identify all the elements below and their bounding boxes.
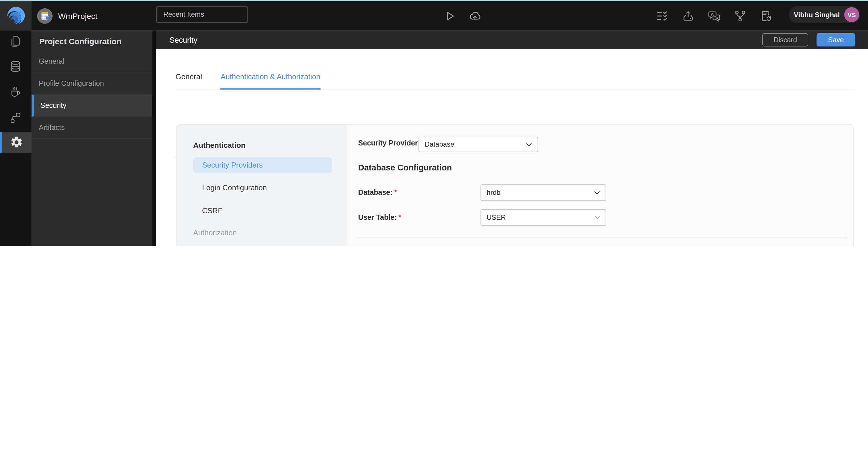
database-configuration-heading: Database Configuration xyxy=(358,163,452,172)
panel-resize-gutter xyxy=(152,30,156,246)
topbar-right-actions: A xyxy=(655,1,773,30)
pages-icon[interactable] xyxy=(9,35,22,48)
device-refresh-icon[interactable] xyxy=(760,9,773,22)
tab-bar: General Authentication & Authorization xyxy=(175,71,854,90)
config-item-artifacts[interactable]: Artifacts xyxy=(32,117,152,139)
security-provider-value: Database xyxy=(425,140,526,148)
run-icon[interactable] xyxy=(443,9,456,22)
project-avatar-icon xyxy=(37,8,53,24)
connectors-icon[interactable] xyxy=(9,111,22,125)
nav-item-security-providers[interactable]: Security Providers xyxy=(193,157,332,173)
user-name: Vibhu Singhal xyxy=(794,11,840,19)
database-select[interactable]: hrdb xyxy=(480,184,606,201)
page-header: Security Discard Save xyxy=(156,30,868,49)
chevron-down-icon xyxy=(526,143,532,147)
nav-item-app-roles[interactable]: App Roles xyxy=(193,244,332,246)
chevron-down-icon xyxy=(594,216,600,219)
user-menu[interactable]: Vibhu Singhal VS xyxy=(789,6,860,23)
project-name: WmProject xyxy=(58,11,98,20)
panel-title: Project Configuration xyxy=(32,30,152,50)
settings-icon xyxy=(10,136,23,149)
branch-icon[interactable] xyxy=(733,9,747,22)
svg-text:A: A xyxy=(711,12,714,17)
nav-section-authentication: Authentication xyxy=(193,141,332,152)
nav-item-login-configuration[interactable]: Login Configuration xyxy=(193,180,332,196)
user-table-value: USER xyxy=(487,214,594,221)
config-item-general[interactable]: General xyxy=(32,51,152,72)
project-configuration-panel: Project Configuration General Profile Co… xyxy=(32,30,152,246)
page-title: Security xyxy=(169,35,763,44)
tab-general[interactable]: General xyxy=(175,72,202,88)
section-divider xyxy=(358,237,847,237)
config-item-security[interactable]: Security xyxy=(32,95,152,117)
topbar: WmProject Recent Items xyxy=(0,1,868,30)
user-avatar: VS xyxy=(844,7,859,22)
user-table-select[interactable]: USER xyxy=(480,209,606,226)
database-icon[interactable] xyxy=(9,60,22,73)
save-button[interactable]: Save xyxy=(817,33,856,46)
left-icon-sidebar: LOG xyxy=(0,30,32,246)
recent-items-dropdown[interactable]: Recent Items xyxy=(156,6,248,23)
export-icon[interactable] xyxy=(681,9,694,22)
chevron-down-icon xyxy=(594,191,600,194)
wave-logo-icon xyxy=(5,5,27,27)
discard-button[interactable]: Discard xyxy=(763,33,808,46)
deploy-cloud-icon[interactable] xyxy=(468,9,482,22)
recent-items-label: Recent Items xyxy=(163,11,204,19)
database-label: Database:* xyxy=(358,188,397,196)
security-nav: Authentication Security Providers Login … xyxy=(177,125,347,246)
nav-section-authorization: Authorization xyxy=(193,229,332,240)
task-list-icon[interactable] xyxy=(655,9,669,22)
security-provider-label: Security Provider xyxy=(358,139,418,147)
required-asterisk: * xyxy=(398,213,401,222)
sidebar-item-settings[interactable] xyxy=(0,132,32,153)
nav-item-csrf[interactable]: CSRF xyxy=(193,202,332,219)
database-value: hrdb xyxy=(487,189,594,196)
user-table-label: User Table:* xyxy=(358,213,401,222)
app-window: WmProject Recent Items xyxy=(0,0,868,246)
tab-authentication-authorization[interactable]: Authentication & Authorization xyxy=(221,72,320,90)
translate-icon[interactable]: A xyxy=(708,9,721,22)
project-switcher[interactable]: WmProject xyxy=(37,1,97,30)
config-item-profile-configuration[interactable]: Profile Configuration xyxy=(32,72,152,95)
main-area: Security Discard Save General Authentica… xyxy=(156,30,868,246)
wavemaker-logo[interactable] xyxy=(0,1,32,30)
topbar-center-actions xyxy=(443,1,482,30)
security-content: General Authentication & Authorization A… xyxy=(156,49,868,246)
security-provider-select[interactable]: Database xyxy=(418,136,538,152)
required-asterisk: * xyxy=(394,188,397,196)
java-services-icon[interactable] xyxy=(9,85,22,98)
security-settings-card: Authentication Security Providers Login … xyxy=(176,124,854,246)
